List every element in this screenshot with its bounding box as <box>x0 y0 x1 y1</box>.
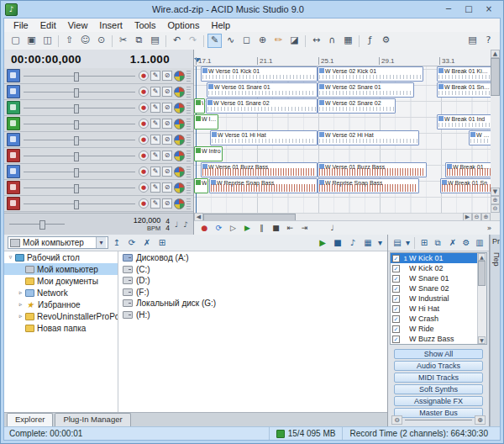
views-icon[interactable]: ▦ <box>361 236 375 250</box>
timeline-ruler[interactable]: 17.1 21.1 25.1 29.1 33.1 <box>194 50 491 66</box>
track-volume-slider[interactable] <box>22 87 137 98</box>
tap-tempo-icon[interactable]: ♪ <box>183 220 188 229</box>
track-color-chip[interactable] <box>7 133 20 146</box>
track-list-item[interactable]: ✓W Buzz Bass <box>391 334 486 344</box>
track-header[interactable]: ● ✎ ⊘ <box>4 148 193 164</box>
stop-icon[interactable]: ■ <box>269 223 283 234</box>
open-icon[interactable]: ▣ <box>24 34 39 48</box>
timeline-clip[interactable]: W Reprise Snap Bass <box>318 178 419 193</box>
record-icon[interactable]: ● <box>197 223 212 234</box>
pan-knob[interactable] <box>174 103 185 114</box>
zoom-tool-icon[interactable]: ⊕ <box>255 34 270 48</box>
pan-knob[interactable] <box>174 135 185 145</box>
checkbox[interactable]: ✓ <box>392 315 400 323</box>
file-item[interactable]: (D:) <box>118 275 387 287</box>
menu-edit[interactable]: Edit <box>34 20 62 30</box>
record-arm-button[interactable]: ● <box>139 87 149 97</box>
timeline-clip[interactable]: W Break 01 Noi <box>445 162 491 177</box>
mute-button[interactable]: ⊘ <box>162 151 172 161</box>
track-lanes[interactable]: W Verse 01 Kick 01 W Verse 02 Kick 01 W … <box>194 66 491 213</box>
track-color-chip[interactable] <box>7 117 20 130</box>
go-to-start-icon[interactable]: ⇤ <box>283 223 297 234</box>
tree-item-desktop[interactable]: ▿Рабочий стол <box>4 251 118 263</box>
help-icon[interactable]: ? <box>481 34 496 48</box>
menu-tools[interactable]: Tools <box>129 20 162 30</box>
checkbox[interactable]: ✓ <box>392 285 400 293</box>
show-all-button[interactable]: Show All <box>394 349 483 359</box>
search-icon[interactable]: ⊙ <box>94 34 108 48</box>
file-item[interactable]: (C:) <box>118 264 387 276</box>
tree-item-favorites[interactable]: ▹★Избранное <box>4 299 118 310</box>
up-level-icon[interactable]: ↥ <box>110 236 123 250</box>
file-item[interactable]: Локальный диск (G:) <box>118 298 387 309</box>
tab-explorer[interactable]: Explorer <box>7 413 53 426</box>
mute-button[interactable]: ⊘ <box>162 87 172 97</box>
draw-tool-icon[interactable]: ✎ <box>207 34 222 48</box>
scroll-up-icon[interactable]: ▲ <box>478 253 486 261</box>
mute-button[interactable]: ⊘ <box>162 135 172 145</box>
track-color-chip[interactable] <box>7 101 20 114</box>
track-list-item[interactable]: ✓W Ride <box>391 324 486 334</box>
undo-icon[interactable]: ↶ <box>170 34 184 48</box>
pan-knob[interactable] <box>174 198 185 209</box>
timeline-clip[interactable]: W Verse 01 Kick 01 <box>201 66 318 82</box>
play-from-start-icon[interactable]: ▷ <box>226 223 240 234</box>
record-arm-button[interactable]: ● <box>139 71 149 81</box>
timeline-clip[interactable]: W Verse 01 Snare 02 <box>206 98 318 114</box>
zoom-slider[interactable] <box>405 420 472 420</box>
pan-knob[interactable] <box>174 87 185 98</box>
track-color-chip[interactable] <box>7 165 20 178</box>
maximize-button[interactable]: □ <box>459 3 479 16</box>
track-volume-slider[interactable] <box>22 135 137 145</box>
script-icon[interactable]: ƒ <box>363 34 377 48</box>
track-header[interactable]: ● ✎ ⊘ <box>4 68 193 84</box>
file-item[interactable]: (F:) <box>118 287 387 299</box>
audio-tracks-button[interactable]: Audio Tracks <box>394 361 483 371</box>
pan-knob[interactable] <box>174 166 185 177</box>
redo-icon[interactable]: ↷ <box>186 34 200 48</box>
track-fx-button[interactable]: ✎ <box>150 166 160 177</box>
menu-options[interactable]: Options <box>162 20 206 30</box>
title-bar[interactable]: ♪ Wire.acd-zip - ACID Music Studio 9.0 ─… <box>1 1 503 18</box>
track-list-item[interactable]: ✓W Snare 02 <box>391 283 486 293</box>
track-color-chip[interactable] <box>7 85 20 98</box>
metronome-icon[interactable]: ♩ <box>175 220 178 229</box>
settings-icon[interactable]: ⚙ <box>459 236 473 250</box>
envelope-tool-icon[interactable]: ∿ <box>223 34 238 48</box>
address-combo[interactable]: Мой компьютер ▾ <box>8 236 108 249</box>
mute-button[interactable]: ⊘ <box>162 71 172 81</box>
soft-synths-button[interactable]: Soft Synths <box>394 384 483 394</box>
pan-knob[interactable] <box>174 182 185 193</box>
timeline-clip[interactable]: W Reprise Snap Bass <box>209 178 318 193</box>
checkbox[interactable]: ✓ <box>392 295 400 303</box>
new-folder-icon[interactable]: ⊞ <box>155 236 169 250</box>
track-header[interactable]: ● ✎ ⊘ <box>4 196 193 212</box>
track-color-chip[interactable] <box>7 69 20 82</box>
record-arm-button[interactable]: ● <box>139 198 149 209</box>
track-list-item[interactable]: ✓W Crash <box>391 314 486 324</box>
zoom-out-icon[interactable]: ⊖ <box>391 415 402 425</box>
vertical-scrollbar[interactable]: ▲ ▼ ⊕ ⊖ <box>491 50 500 213</box>
pan-knob[interactable] <box>174 151 185 161</box>
delete-icon[interactable]: ✗ <box>140 236 154 250</box>
panel-view-icon[interactable]: ▤ <box>391 236 404 250</box>
scrollbar-thumb[interactable] <box>478 261 486 286</box>
paste-icon[interactable]: ▤ <box>148 34 162 48</box>
pan-knob[interactable] <box>174 119 185 130</box>
track-header[interactable]: ● ✎ ⊘ <box>4 84 193 100</box>
timeline-clip[interactable]: W Verse 01 Hi Hat <box>210 130 318 145</box>
tree-item-my-computer[interactable]: Мой компьютер <box>4 263 118 275</box>
track-fx-button[interactable]: ✎ <box>150 103 160 113</box>
duplicate-track-icon[interactable]: ⧉ <box>431 236 444 250</box>
mute-button[interactable]: ⊘ <box>162 198 172 209</box>
scroll-up-icon[interactable]: ▲ <box>491 50 500 58</box>
beat-position-display[interactable]: 1.1.000 <box>130 53 170 66</box>
file-item[interactable]: Дисковод (A:) <box>118 252 387 264</box>
track-color-chip[interactable] <box>7 197 20 210</box>
track-fx-button[interactable]: ✎ <box>150 87 160 97</box>
track-fx-button[interactable]: ✎ <box>150 119 160 129</box>
track-volume-slider[interactable] <box>22 103 137 114</box>
checkbox[interactable]: ✓ <box>392 305 400 313</box>
snap-icon[interactable]: ∩ <box>325 34 339 48</box>
zoom-in-icon[interactable]: ⊕ <box>475 415 486 425</box>
